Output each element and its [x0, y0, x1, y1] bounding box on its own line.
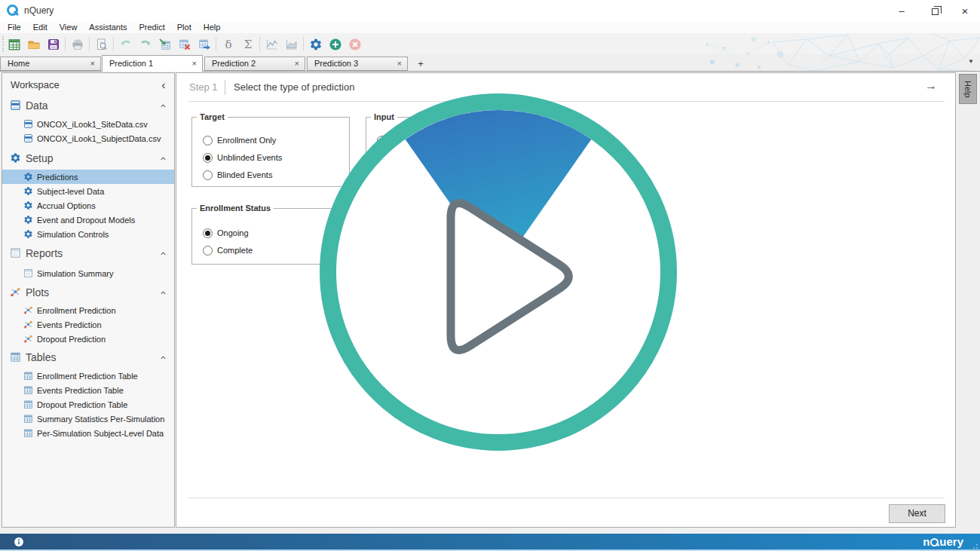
- add-button[interactable]: [327, 36, 344, 52]
- section-label: Setup: [26, 152, 54, 164]
- minimize-icon: –: [899, 5, 904, 17]
- toolbar-overflow-button[interactable]: ▼: [968, 58, 974, 65]
- menu-assistants[interactable]: Assistants: [83, 21, 133, 33]
- sigma-button[interactable]: Σ: [240, 36, 256, 52]
- info-icon[interactable]: [14, 537, 24, 547]
- toolbar-grip: [2, 36, 4, 51]
- sidebar-item-accrual-options[interactable]: Accrual Options: [2, 198, 174, 213]
- gear-icon: [23, 186, 33, 196]
- chevron-up-icon: [159, 249, 167, 258]
- undo-button[interactable]: [118, 36, 134, 52]
- sidebar-item-dropout-prediction-table[interactable]: Dropout Prediction Table: [2, 397, 174, 412]
- sidebar-item-summary-statistics[interactable]: Summary Statistics Per-Simulation: [2, 412, 174, 426]
- toolbar-separator: [113, 37, 114, 51]
- workspace-title: Workspace: [11, 79, 60, 90]
- new-table-button[interactable]: [6, 36, 23, 52]
- tab-prediction-3[interactable]: Prediction 3 ×: [307, 57, 408, 71]
- sidebar-section-data[interactable]: Data: [2, 99, 174, 112]
- preview-button[interactable]: [93, 36, 110, 52]
- minimize-button[interactable]: –: [885, 0, 918, 21]
- tab-prediction-2[interactable]: Prediction 2 ×: [204, 57, 305, 71]
- gear-icon: [309, 38, 323, 51]
- open-button[interactable]: [26, 36, 42, 52]
- sidebar-item-subject-level-data[interactable]: Subject-level Data: [2, 184, 174, 198]
- menu-view[interactable]: View: [54, 21, 84, 33]
- main-panel: Step 1 Select the type of prediction → T…: [176, 72, 956, 528]
- area-plot-icon: [285, 38, 299, 51]
- menu-predict[interactable]: Predict: [133, 21, 171, 33]
- resize-grip[interactable]: [972, 543, 978, 549]
- help-side-tab[interactable]: Help: [959, 74, 977, 104]
- export-table-button[interactable]: [196, 36, 213, 52]
- sidebar-item-enrollment-prediction[interactable]: Enrollment Prediction: [2, 303, 174, 317]
- close-button[interactable]: ×: [948, 0, 980, 21]
- menu-help[interactable]: Help: [198, 21, 227, 33]
- sidebar-item-predictions[interactable]: Predictions: [2, 170, 174, 184]
- tab-prediction-1[interactable]: Prediction 1 ×: [102, 55, 203, 72]
- item-label: ONCOX_iLook1_SubjectData.csv: [37, 134, 161, 143]
- csv-icon: [23, 119, 33, 129]
- menu-plot[interactable]: Plot: [171, 21, 198, 33]
- table-icon: [10, 351, 21, 363]
- redo-button[interactable]: [137, 36, 154, 52]
- plus-circle-icon: [329, 38, 342, 51]
- tab-home[interactable]: Home ×: [0, 57, 101, 71]
- title-bar: nQuery – ×: [0, 0, 980, 21]
- tab-close-icon[interactable]: ×: [90, 59, 95, 68]
- item-label: Enrollment Prediction Table: [37, 372, 138, 381]
- delta-button[interactable]: δ: [220, 36, 237, 52]
- preview-icon: [95, 38, 109, 51]
- line-plot-button[interactable]: [264, 36, 280, 52]
- next-button[interactable]: Next: [889, 504, 945, 523]
- item-label: Predictions: [37, 173, 78, 182]
- sidebar-section-tables[interactable]: Tables: [2, 350, 174, 364]
- toolbar-separator: [216, 37, 216, 51]
- plot-icon: [10, 286, 21, 298]
- gear-icon: [23, 201, 33, 210]
- save-button[interactable]: [45, 36, 62, 52]
- menu-edit[interactable]: Edit: [27, 21, 54, 33]
- settings-button[interactable]: [308, 36, 324, 52]
- sidebar-item-per-simulation-data[interactable]: Per-Simulation Subject-Level Data: [2, 426, 174, 440]
- plot-icon: [23, 320, 33, 329]
- redo-icon: [139, 38, 152, 51]
- sidebar-section-reports[interactable]: Reports: [2, 246, 174, 260]
- sidebar-item-sitedata[interactable]: ONCOX_iLook1_SiteData.csv: [2, 117, 174, 131]
- sidebar-item-enrollment-prediction-table[interactable]: Enrollment Prediction Table: [2, 369, 174, 383]
- table-icon: [23, 414, 33, 424]
- item-label: Per-Simulation Subject-Level Data: [37, 429, 164, 438]
- sidebar-item-events-prediction[interactable]: Events Prediction: [2, 317, 174, 332]
- sidebar-section-setup[interactable]: Setup: [2, 152, 174, 165]
- item-label: Summary Statistics Per-Simulation: [37, 415, 164, 424]
- window-title: nQuery: [24, 0, 54, 21]
- tab-close-icon[interactable]: ×: [192, 59, 197, 68]
- report-icon: [23, 268, 33, 278]
- video-overlay: [176, 73, 957, 528]
- sidebar-item-event-dropout-models[interactable]: Event and Dropout Models: [2, 213, 174, 227]
- sidebar-item-subjectdata[interactable]: ONCOX_iLook1_SubjectData.csv: [2, 131, 174, 145]
- collapse-sidebar-icon[interactable]: [159, 81, 168, 90]
- sidebar-item-simulation-summary[interactable]: Simulation Summary: [2, 266, 174, 280]
- plot-icon: [23, 305, 33, 315]
- remove-button[interactable]: [347, 36, 363, 52]
- sidebar-section-plots[interactable]: Plots: [2, 286, 174, 299]
- import-table-button[interactable]: [157, 36, 173, 52]
- report-icon: [10, 247, 21, 259]
- item-label: Accrual Options: [37, 201, 96, 210]
- brand-text-pre: n: [923, 535, 929, 548]
- tab-close-icon[interactable]: ×: [295, 59, 299, 68]
- item-label: Simulation Summary: [37, 269, 113, 278]
- restore-button[interactable]: [918, 0, 951, 21]
- tab-close-icon[interactable]: ×: [397, 59, 402, 68]
- delete-table-button[interactable]: [176, 36, 193, 52]
- add-tab-button[interactable]: +: [412, 57, 429, 71]
- sidebar-item-dropout-prediction[interactable]: Dropout Prediction: [2, 332, 174, 346]
- print-button[interactable]: [69, 36, 86, 52]
- table-icon: [23, 371, 33, 381]
- menu-file[interactable]: File: [2, 21, 27, 33]
- area-plot-button[interactable]: [283, 36, 300, 52]
- sidebar-item-events-prediction-table[interactable]: Events Prediction Table: [2, 383, 174, 397]
- sidebar-item-simulation-controls[interactable]: Simulation Controls: [2, 227, 174, 241]
- save-icon: [47, 38, 60, 51]
- toolbar-separator: [259, 37, 260, 51]
